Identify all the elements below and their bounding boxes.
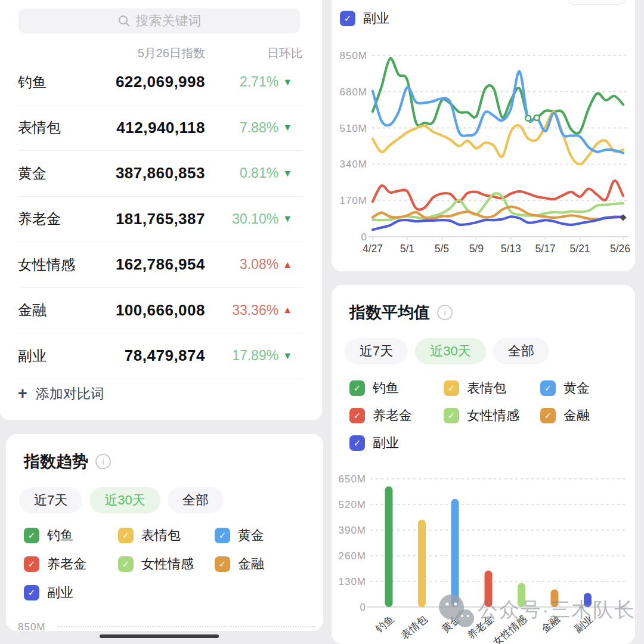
keyword-row[interactable]: 养老金181,765,38730.10%▼ [18, 197, 304, 243]
tab-近7天[interactable]: 近7天 [345, 338, 408, 364]
legend-item-黄金[interactable]: ✓黄金 [215, 525, 304, 546]
legend-item-表情包[interactable]: ✓表情包 [444, 378, 540, 398]
checkbox-checked-icon[interactable]: ✓ [215, 556, 230, 572]
keyword-index-value: 622,069,998 [116, 73, 205, 91]
y-axis-tick-label: 520M [338, 499, 366, 510]
bar-养老金[interactable] [485, 571, 493, 607]
tab-近30天[interactable]: 近30天 [89, 487, 160, 513]
tab-全部[interactable]: 全部 [493, 338, 549, 364]
legend-item-女性情感[interactable]: ✓女性情感 [444, 405, 540, 426]
column-header-day-over-day: 日环比 [267, 45, 303, 61]
search-icon [117, 14, 131, 27]
day-over-day-change: 17.89%▼ [232, 348, 292, 364]
average-legend: ✓钓鱼✓表情包✓黄金✓养老金✓女性情感✓金融✓副业 [349, 378, 630, 453]
y-axis-tick-label: 260M [338, 550, 366, 562]
x-axis-tick-label: 5/1 [400, 243, 414, 255]
keyword-row[interactable]: 黄金387,860,8530.81%▼ [18, 151, 304, 197]
x-axis-tick-label: 4/27 [363, 243, 383, 255]
x-axis-category-label: 表情包 [399, 614, 429, 642]
day-over-day-change: 33.36%▲ [232, 302, 292, 318]
keyword-index-value: 78,479,874 [125, 346, 205, 365]
bar-金融[interactable] [551, 589, 559, 607]
keyword-label: 女性情感 [18, 255, 75, 274]
checkbox-checked-icon[interactable]: ✓ [24, 528, 39, 543]
bar-副业[interactable] [584, 593, 592, 607]
keyword-label: 表情包 [18, 118, 61, 137]
keyword-row[interactable]: 副业78,479,87417.89%▼ [18, 333, 304, 379]
legend-item-副业[interactable]: ✓副业 [24, 583, 118, 603]
x-axis-category-label: 金融 [539, 613, 562, 635]
triangle-up-icon: ▲ [283, 305, 292, 315]
keyword-index-value: 387,860,853 [116, 164, 205, 182]
tab-近7天[interactable]: 近7天 [19, 487, 82, 513]
checkbox-checked-icon[interactable]: ✓ [215, 528, 230, 543]
legend-item-副业[interactable]: ✓副业 [349, 433, 444, 453]
legend-item-表情包[interactable]: ✓表情包 [118, 525, 215, 546]
bar-女性情感[interactable] [518, 583, 525, 607]
keyword-row[interactable]: 金融100,666,00833.36%▲ [18, 288, 304, 334]
y-axis-tick-label: 170M [339, 195, 367, 206]
average-bar-chart: 650M520M390M260M130M0钓鱼表情包黄金养老金女性情感金融副业 [332, 465, 635, 644]
checkbox-checked-icon[interactable]: ✓ [444, 408, 459, 423]
search-input[interactable]: 搜索关键词 [18, 8, 300, 33]
keyword-row[interactable]: 表情包412,940,1187.88%▼ [18, 106, 304, 151]
keyword-label: 养老金 [18, 209, 61, 228]
bar-黄金[interactable] [451, 499, 459, 607]
checkbox-checked-icon[interactable]: ✓ [24, 556, 39, 572]
legend-label: 表情包 [141, 527, 181, 544]
line-series-钓鱼 [373, 58, 623, 134]
legend-item-金融[interactable]: ✓金融 [540, 405, 630, 426]
keyword-row[interactable]: 女性情感162,786,9543.08%▲ [18, 242, 304, 288]
info-icon[interactable]: i [95, 454, 111, 469]
add-compare-button[interactable]: + 添加对比词 [18, 385, 104, 403]
triangle-down-icon: ▼ [283, 122, 292, 133]
keyword-index-value: 181,765,387 [116, 210, 205, 228]
checkbox-checked-icon[interactable]: ✓ [349, 380, 365, 396]
checkbox-checked-icon[interactable]: ✓ [540, 408, 556, 423]
y-axis-tick-label: 0 [360, 602, 366, 613]
x-axis-tick-label: 5/21 [570, 243, 590, 255]
y-axis-tick-label: 850M [339, 50, 367, 61]
day-over-day-change: 7.88%▼ [240, 120, 292, 136]
keyword-label: 副业 [18, 346, 47, 366]
tab-近30天[interactable]: 近30天 [415, 338, 485, 364]
tab-全部[interactable]: 全部 [168, 487, 224, 513]
checkbox-checked-icon[interactable]: ✓ [118, 556, 134, 572]
top-cut-pill [568, 0, 626, 5]
home-indicator[interactable] [100, 634, 219, 638]
legend-label: 副业 [373, 434, 399, 452]
triangle-down-icon: ▼ [283, 351, 292, 361]
legend-item-女性情感[interactable]: ✓女性情感 [118, 554, 215, 574]
checkbox-checked-icon[interactable]: ✓ [349, 408, 365, 423]
triangle-down-icon: ▼ [283, 77, 292, 88]
x-axis-category-label: 副业 [572, 614, 595, 635]
series-end-marker [620, 214, 626, 221]
trend-card-title: 指数趋势 i [24, 451, 111, 472]
bar-钓鱼[interactable] [385, 487, 393, 607]
legend-item-养老金[interactable]: ✓养老金 [349, 405, 444, 426]
x-axis-tick-label: 5/26 [610, 243, 630, 255]
legend-item-钓鱼[interactable]: ✓钓鱼 [349, 378, 444, 398]
checkbox-checked-icon[interactable]: ✓ [540, 380, 556, 396]
trend-legend: ✓钓鱼✓表情包✓黄金✓养老金✓女性情感✓金融✓副业 [24, 525, 304, 603]
checkbox-checked-icon[interactable]: ✓ [349, 435, 365, 451]
trend-axis-peek-label: 850M [18, 621, 46, 631]
legend-item-养老金[interactable]: ✓养老金 [24, 554, 118, 574]
y-axis-tick-label: 130M [338, 576, 366, 587]
x-axis-tick-label: 5/17 [535, 243, 556, 255]
bar-表情包[interactable] [418, 519, 426, 607]
info-icon[interactable]: i [437, 305, 453, 320]
trend-line-chart-card: ✓副业 850M680M510M340M170M04/275/15/55/95/… [332, 0, 635, 271]
checkbox-checked-icon[interactable]: ✓ [118, 528, 134, 543]
legend-item-钓鱼[interactable]: ✓钓鱼 [24, 525, 118, 546]
legend-item-金融[interactable]: ✓金融 [215, 554, 304, 574]
keyword-row[interactable]: 钓鱼622,069,9982.71%▼ [18, 60, 304, 106]
triangle-down-icon: ▼ [283, 213, 292, 224]
day-over-day-change: 3.08%▲ [240, 256, 292, 273]
legend-item-黄金[interactable]: ✓黄金 [540, 378, 630, 398]
checkbox-checked-icon[interactable]: ✓ [444, 380, 459, 396]
y-axis-tick-label: 650M [338, 473, 366, 485]
keyword-label: 钓鱼 [18, 73, 47, 92]
checkbox-checked-icon[interactable]: ✓ [24, 585, 39, 600]
keyword-index-value: 162,786,954 [116, 255, 205, 274]
